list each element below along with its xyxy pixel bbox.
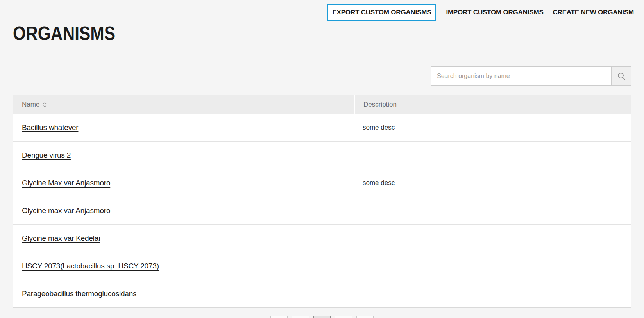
page-button[interactable] — [356, 316, 374, 318]
column-header-name-label: Name — [22, 101, 39, 108]
page-button[interactable] — [292, 316, 309, 318]
organism-description-cell — [354, 252, 631, 280]
table-body: Bacillus whatever some desc Dengue virus… — [13, 114, 631, 307]
organism-description-cell — [354, 197, 631, 224]
organism-link[interactable]: Bacillus whatever — [22, 123, 78, 132]
table-row: Glycine max var Anjasmoro — [13, 197, 631, 224]
search-icon — [617, 72, 626, 80]
organism-link[interactable]: Dengue virus 2 — [22, 151, 71, 160]
organism-name-cell: Glycine max var Anjasmoro — [13, 197, 354, 224]
organisms-table: Name Description Bacillus whatever — [13, 95, 631, 308]
search-bar — [431, 66, 631, 86]
top-nav: EXPORT CUSTOM ORGANISMS IMPORT CUSTOM OR… — [327, 2, 634, 22]
table-row: Bacillus whatever some desc — [13, 114, 631, 141]
create-new-organism-button[interactable]: CREATE NEW ORGANISM — [553, 9, 634, 16]
organism-name-cell: Glycine Max var Anjasmoro — [13, 169, 354, 197]
organism-name-cell: Dengue virus 2 — [13, 142, 354, 169]
organism-description-cell: some desc — [354, 114, 631, 141]
organism-name-cell: Parageobacillus thermoglucosidans — [13, 280, 354, 307]
export-custom-organisms-button[interactable]: EXPORT CUSTOM ORGANISMS — [327, 4, 436, 21]
organism-link[interactable]: Glycine max var Kedelai — [22, 234, 100, 243]
organism-name-cell: HSCY 2073(Lactobacillus sp. HSCY 2073) — [13, 252, 354, 280]
table-row: Glycine max var Kedelai — [13, 224, 631, 252]
organism-link[interactable]: Glycine Max var Anjasmoro — [22, 179, 110, 187]
table-row: Parageobacillus thermoglucosidans — [13, 280, 631, 307]
search-input[interactable] — [431, 66, 612, 86]
table-row: Dengue virus 2 — [13, 141, 631, 169]
organism-description-cell: some desc — [354, 169, 631, 197]
pagination — [13, 316, 631, 318]
column-header-description: Description — [354, 95, 631, 114]
column-header-description-label: Description — [363, 101, 397, 108]
import-custom-organisms-button[interactable]: IMPORT CUSTOM ORGANISMS — [446, 9, 543, 16]
table-row: Glycine Max var Anjasmoro some desc — [13, 169, 631, 197]
organism-name-cell: Glycine max var Kedelai — [13, 225, 354, 252]
organism-link[interactable]: HSCY 2073(Lactobacillus sp. HSCY 2073) — [22, 262, 159, 270]
organism-name-cell: Bacillus whatever — [13, 114, 354, 141]
page-button[interactable] — [270, 316, 288, 318]
organisms-page: EXPORT CUSTOM ORGANISMS IMPORT CUSTOM OR… — [0, 0, 644, 318]
organism-description-cell — [354, 280, 631, 307]
page-button-active[interactable] — [313, 316, 331, 318]
page-title: ORGANISMS — [13, 23, 115, 45]
page-button[interactable] — [335, 316, 352, 318]
organism-description-cell — [354, 142, 631, 169]
table-row: HSCY 2073(Lactobacillus sp. HSCY 2073) — [13, 252, 631, 280]
organism-link[interactable]: Parageobacillus thermoglucosidans — [22, 290, 136, 298]
organism-description-cell — [354, 225, 631, 252]
organism-link[interactable]: Glycine max var Anjasmoro — [22, 206, 110, 215]
search-button[interactable] — [612, 66, 631, 86]
sort-icon[interactable] — [43, 102, 47, 108]
table-header-row: Name Description — [13, 95, 631, 114]
column-header-name[interactable]: Name — [13, 95, 354, 114]
